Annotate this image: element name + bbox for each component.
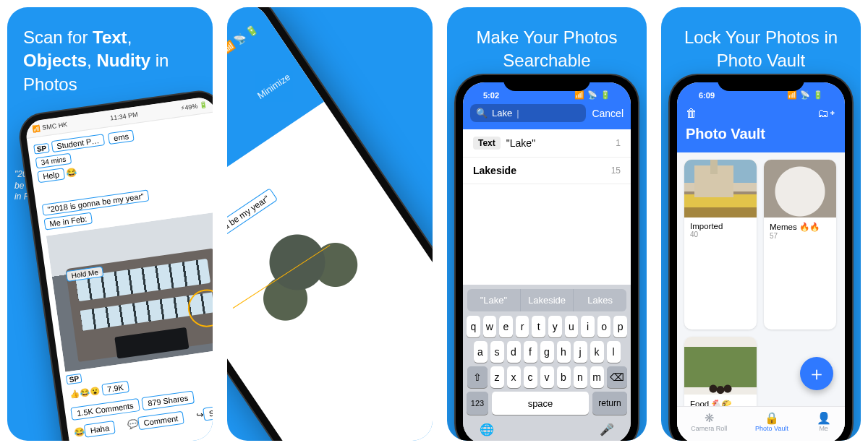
status-icons: 📶📡🔋 <box>787 90 823 100</box>
key-backspace[interactable]: ⌫ <box>607 366 627 388</box>
comment-button[interactable]: Comment <box>137 411 185 431</box>
key-r[interactable]: r <box>516 316 529 337</box>
key-a[interactable]: a <box>474 341 488 363</box>
status-time: 5:02 <box>483 91 499 100</box>
keyboard-suggestions[interactable]: "Lake" Lakeside Lakes <box>467 289 626 311</box>
key-o[interactable]: o <box>597 316 611 337</box>
key-e[interactable]: e <box>499 316 513 337</box>
key-u[interactable]: u <box>565 316 579 337</box>
emoji-icon[interactable]: 🌐 <box>480 423 494 436</box>
key-k[interactable]: k <box>590 341 604 363</box>
mock-phone-1: 📶 SMC HK 11:34 PM ⚡︎49% 🔋 SP Student P… … <box>18 89 213 441</box>
post-image-bus[interactable]: Hold Me <box>46 211 213 372</box>
promo-panel-2: 6:56 📶 📡 🔋 Scanning Minimize Comment… "2… <box>227 7 433 441</box>
page-title: Photo Vault <box>686 126 836 142</box>
key-h[interactable]: h <box>557 341 571 363</box>
sparkle-icon: ❋ <box>691 411 727 425</box>
key-m[interactable]: m <box>590 366 604 388</box>
album-imported[interactable]: Imported 40 <box>684 160 757 329</box>
album-memes[interactable]: Memes 🔥🔥 57 <box>764 160 836 329</box>
chip-ems[interactable]: ems <box>108 129 135 145</box>
key-s[interactable]: s <box>490 341 504 363</box>
lock-icon: 🔒 <box>755 411 788 425</box>
key-l[interactable]: l <box>607 341 621 363</box>
key-c[interactable]: c <box>524 366 537 388</box>
key-123[interactable]: 123 <box>467 392 488 415</box>
ios-keyboard[interactable]: "Lake" Lakeside Lakes q w e r t y u i o … <box>463 285 631 441</box>
search-icon: 🔍 <box>476 108 488 119</box>
status-time: 6:09 <box>699 91 715 100</box>
key-b[interactable]: b <box>557 366 571 388</box>
person-icon: 👤 <box>817 411 831 425</box>
tab-me[interactable]: 👤 Me <box>817 411 831 432</box>
chip-help[interactable]: Help <box>37 168 64 183</box>
tab-camera-roll[interactable]: ❋ Camera Roll <box>691 411 727 432</box>
key-x[interactable]: x <box>507 366 521 388</box>
key-t[interactable]: t <box>532 316 545 337</box>
key-q[interactable]: q <box>467 316 480 337</box>
album-thumb <box>684 160 757 217</box>
key-f[interactable]: f <box>524 341 537 363</box>
detected-labels: Bus, Double Decker, Vehicle <box>345 350 420 400</box>
albums-grid: Imported 40 Memes 🔥🔥 57 Food 🐔🌮 14 <box>677 152 845 441</box>
add-button[interactable]: ＋ <box>800 357 833 390</box>
result-row-lakeside[interactable]: Lakeside 15 <box>463 158 631 184</box>
key-y[interactable]: y <box>548 316 562 337</box>
mock-phone-4: 6:09 📶📡🔋 🗑 🗂᛭ Photo Vault Imported 4 <box>670 75 852 441</box>
key-shift[interactable]: ⇧ <box>467 366 488 388</box>
key-d[interactable]: d <box>507 341 521 363</box>
headline-1: Scan for Text, Objects, Nudity in Photos <box>7 7 213 96</box>
key-space[interactable]: space <box>492 392 589 415</box>
key-z[interactable]: z <box>490 366 504 388</box>
key-g[interactable]: g <box>540 341 554 363</box>
mic-icon[interactable]: 🎤 <box>600 423 614 436</box>
search-input[interactable]: 🔍 Lake| <box>470 104 586 122</box>
key-i[interactable]: i <box>581 316 595 337</box>
key-j[interactable]: j <box>574 341 587 363</box>
headline-3: Make Your Photos Searchable <box>447 7 647 73</box>
album-thumb <box>684 337 757 395</box>
key-return[interactable]: return <box>592 392 627 415</box>
promo-panel-1: Scan for Text, Objects, Nudity in Photos… <box>7 7 213 441</box>
avatar-sp: SP <box>33 143 50 155</box>
add-folder-icon[interactable]: 🗂᛭ <box>817 107 836 120</box>
search-results: Text "Lake" 1 Lakeside 15 <box>463 129 631 184</box>
status-icons: 📶 📡 🔋 <box>227 23 260 54</box>
search-query: Lake <box>492 108 512 119</box>
promo-panel-3: Make Your Photos Searchable 5:02 📶📡🔋 🔍 L… <box>447 7 647 441</box>
headline-4: Lock Your Photos in Photo Vault <box>661 7 861 73</box>
share-button[interactable]: Share <box>203 403 213 421</box>
haha-button[interactable]: Haha <box>84 421 116 438</box>
status-icons: 📶📡🔋 <box>574 90 610 100</box>
promo-panel-4: Lock Your Photos in Photo Vault 6:09 📶📡🔋… <box>661 7 861 441</box>
key-p[interactable]: p <box>613 316 627 337</box>
mock-phone-3: 5:02 📶📡🔋 🔍 Lake| Cancel Text "Lake" <box>456 75 638 441</box>
key-n[interactable]: n <box>574 366 587 388</box>
key-w[interactable]: w <box>483 316 497 337</box>
album-thumb <box>764 160 836 217</box>
tab-photo-vault[interactable]: 🔒 Photo Vault <box>755 411 788 432</box>
tabbar: ❋ Camera Roll 🔒 Photo Vault 👤 Me <box>677 406 845 441</box>
vault-header: 6:09 📶📡🔋 🗑 🗂᛭ Photo Vault <box>677 82 845 152</box>
post: SP Student P… ems 34 mins Help😂 "2018 is… <box>27 112 213 441</box>
result-type-chip: Text <box>473 137 501 150</box>
result-row-text[interactable]: Text "Lake" 1 <box>463 129 631 158</box>
key-v[interactable]: v <box>540 366 554 388</box>
cancel-button[interactable]: Cancel <box>592 108 624 119</box>
trash-icon[interactable]: 🗑 <box>686 107 697 120</box>
